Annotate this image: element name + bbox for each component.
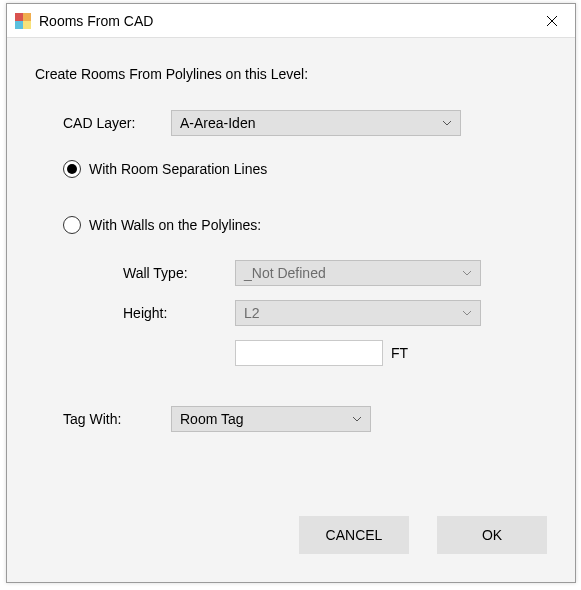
cad-layer-dropdown[interactable]: A-Area-Iden bbox=[171, 110, 461, 136]
dialog-window: Rooms From CAD Create Rooms From Polylin… bbox=[6, 3, 576, 583]
option-separation-row[interactable]: With Room Separation Lines bbox=[63, 160, 547, 178]
height-value-input[interactable] bbox=[235, 340, 383, 366]
walltype-dropdown[interactable]: _Not Defined bbox=[235, 260, 481, 286]
cad-layer-label: CAD Layer: bbox=[63, 115, 171, 131]
radio-dot-icon bbox=[67, 164, 77, 174]
radio-walls[interactable] bbox=[63, 216, 81, 234]
tag-label: Tag With: bbox=[63, 411, 171, 427]
walltype-row: Wall Type: _Not Defined bbox=[123, 260, 547, 286]
walltype-value: _Not Defined bbox=[244, 265, 462, 281]
close-icon bbox=[546, 15, 558, 27]
height-row: Height: L2 bbox=[123, 300, 547, 326]
walls-subgroup: Wall Type: _Not Defined Height: L2 FT bbox=[123, 260, 547, 366]
chevron-down-icon bbox=[442, 120, 452, 126]
tag-dropdown[interactable]: Room Tag bbox=[171, 406, 371, 432]
walltype-label: Wall Type: bbox=[123, 265, 235, 281]
height-label: Height: bbox=[123, 305, 235, 321]
cad-layer-row: CAD Layer: A-Area-Iden bbox=[63, 110, 547, 136]
close-button[interactable] bbox=[529, 4, 575, 38]
chevron-down-icon bbox=[352, 416, 362, 422]
option-walls-row[interactable]: With Walls on the Polylines: bbox=[63, 216, 547, 234]
app-icon bbox=[15, 13, 31, 29]
tag-value: Room Tag bbox=[180, 411, 352, 427]
button-row: CANCEL OK bbox=[299, 516, 547, 554]
window-title: Rooms From CAD bbox=[39, 13, 529, 29]
titlebar: Rooms From CAD bbox=[7, 4, 575, 38]
height-dropdown[interactable]: L2 bbox=[235, 300, 481, 326]
height-unit-row: FT bbox=[123, 340, 547, 366]
dialog-heading: Create Rooms From Polylines on this Leve… bbox=[35, 66, 547, 82]
ok-button[interactable]: OK bbox=[437, 516, 547, 554]
tag-row: Tag With: Room Tag bbox=[63, 406, 547, 432]
radio-separation[interactable] bbox=[63, 160, 81, 178]
option-walls-label: With Walls on the Polylines: bbox=[89, 217, 261, 233]
height-unit-label: FT bbox=[391, 345, 408, 361]
chevron-down-icon bbox=[462, 310, 472, 316]
chevron-down-icon bbox=[462, 270, 472, 276]
option-separation-label: With Room Separation Lines bbox=[89, 161, 267, 177]
dialog-body: Create Rooms From Polylines on this Leve… bbox=[7, 38, 575, 432]
height-value: L2 bbox=[244, 305, 462, 321]
cad-layer-value: A-Area-Iden bbox=[180, 115, 442, 131]
cancel-button[interactable]: CANCEL bbox=[299, 516, 409, 554]
